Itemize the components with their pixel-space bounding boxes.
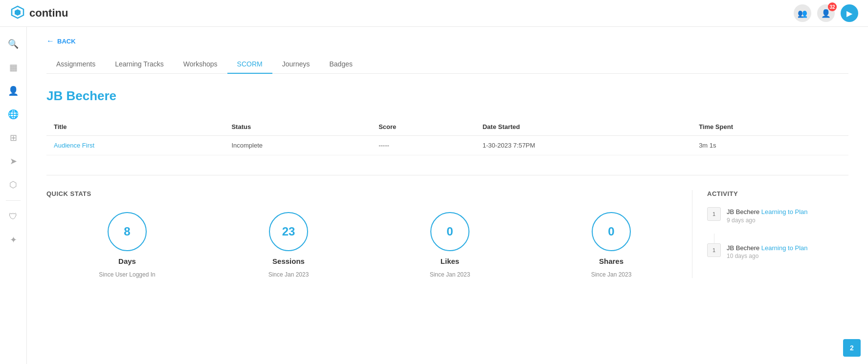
row-time-spent: 3m 1s (691, 136, 848, 155)
users-nav-icon: 👥 (798, 9, 807, 18)
sidebar: 🔍 ▦ 👤 🌐 ⊞ ➤ ⬡ 🛡 ✦ (0, 27, 27, 364)
tab-journeys[interactable]: Journeys (272, 55, 320, 74)
users-nav-button[interactable]: 👥 (794, 4, 811, 22)
stat-shares-circle: 0 (592, 212, 631, 251)
activity-icon-1: 1 (707, 207, 721, 221)
quick-stats-title: QUICK STATS (46, 190, 692, 197)
tab-scorm[interactable]: SCORM (227, 55, 272, 74)
activity-icon-label-2: 1 (712, 247, 715, 253)
stat-days-label: Days (118, 257, 136, 265)
shield-icon: 🛡 (9, 212, 18, 222)
activity-text-2: JB Bechere Learning to Plan (727, 243, 808, 253)
forward-nav-button[interactable]: ▶ (841, 4, 858, 22)
share-icon: ⬡ (9, 179, 17, 190)
tab-bar: Assignments Learning Tracks Workshops SC… (46, 55, 848, 74)
tab-learning-tracks[interactable]: Learning Tracks (105, 55, 174, 74)
stat-sessions: 23 Sessions Since Jan 2023 (208, 212, 369, 278)
nav-right: 👥 👤 32 ▶ (794, 4, 858, 22)
stat-shares-sub: Since Jan 2023 (591, 271, 632, 278)
back-arrow-icon: ← (46, 37, 54, 45)
sidebar-item-globe[interactable]: 🌐 (3, 105, 23, 124)
row-score: ----- (371, 136, 475, 155)
globe-icon: 🌐 (8, 109, 19, 120)
activity-title: ACTIVITY (707, 190, 848, 197)
activity-panel: ACTIVITY 1 JB Bechere Learning to Plan 9… (692, 190, 848, 278)
sidebar-item-shield[interactable]: 🛡 (3, 207, 23, 226)
svg-marker-1 (15, 9, 21, 16)
col-score: Score (371, 118, 475, 136)
dashboard-icon: ▦ (9, 62, 18, 73)
activity-item-1: 1 JB Bechere Learning to Plan 9 days ago (707, 207, 848, 224)
search-icon: 🔍 (8, 39, 19, 49)
activity-user: JB Bechere (727, 208, 761, 215)
star-icon: ✦ (10, 235, 17, 245)
col-status: Status (224, 118, 371, 136)
back-label: BACK (57, 38, 76, 45)
activity-time-2: 10 days ago (727, 253, 808, 259)
stat-likes-sub: Since Jan 2023 (430, 271, 470, 278)
activity-time-1: 9 days ago (727, 217, 808, 224)
main-layout: 🔍 ▦ 👤 🌐 ⊞ ➤ ⬡ 🛡 ✦ ← BACK (0, 27, 868, 364)
sidebar-item-grid-add[interactable]: ⊞ (3, 128, 23, 148)
table-row: Audience First Incomplete ----- 1-30-202… (46, 136, 848, 155)
grid-add-icon: ⊞ (10, 132, 17, 143)
row-date-started: 1-30-2023 7:57PM (475, 136, 691, 155)
activity-details-2: JB Bechere Learning to Plan 10 days ago (727, 243, 808, 260)
activity-user: JB Bechere (727, 244, 761, 252)
col-title: Title (46, 118, 224, 136)
stat-likes-circle: 0 (430, 212, 469, 251)
notification-badge: 32 (828, 2, 837, 11)
sidebar-item-star[interactable]: ✦ (3, 230, 23, 250)
tab-badges[interactable]: Badges (319, 55, 362, 74)
activity-details-1: JB Bechere Learning to Plan 9 days ago (727, 207, 808, 224)
row-status: Incomplete (224, 136, 371, 155)
data-table: Title Status Score Date Started Time Spe… (46, 118, 848, 155)
users-icon: 👤 (8, 86, 19, 96)
activity-link[interactable]: Learning to Plan (761, 244, 808, 252)
forward-nav-icon: ▶ (846, 9, 852, 18)
stat-likes-label: Likes (441, 257, 459, 265)
main-content: ← BACK Assignments Learning Tracks Works… (27, 27, 868, 364)
sidebar-item-dashboard[interactable]: ▦ (3, 58, 23, 77)
stat-sessions-sub: Since Jan 2023 (268, 271, 309, 278)
stat-sessions-circle: 23 (269, 212, 308, 251)
row-title-link[interactable]: Audience First (46, 136, 224, 155)
stat-days: 8 Days Since User Logged In (46, 212, 208, 278)
stat-likes: 0 Likes Since Jan 2023 (369, 212, 531, 278)
stat-days-circle: 8 (108, 212, 147, 251)
activity-text-1: JB Bechere Learning to Plan (727, 207, 808, 217)
stat-sessions-label: Sessions (272, 257, 305, 265)
logo-icon (10, 5, 25, 21)
profile-nav-button[interactable]: 👤 32 (817, 4, 835, 22)
stat-shares-label: Shares (599, 257, 623, 265)
activity-link[interactable]: Learning to Plan (761, 208, 808, 215)
table-body: Audience First Incomplete ----- 1-30-202… (46, 136, 848, 155)
activity-icon-2: 1 (707, 243, 721, 257)
table-header: Title Status Score Date Started Time Spe… (46, 118, 848, 136)
sidebar-item-share[interactable]: ⬡ (3, 175, 23, 194)
col-time-spent: Time Spent (691, 118, 848, 136)
app-name: continu (29, 7, 68, 20)
bottom-section: QUICK STATS 8 Days Since User Logged In … (46, 175, 848, 278)
sidebar-item-search[interactable]: 🔍 (3, 34, 23, 54)
stat-sessions-value: 23 (282, 225, 295, 238)
stat-days-value: 8 (124, 225, 130, 238)
back-link[interactable]: ← BACK (46, 37, 848, 45)
quick-stats: QUICK STATS 8 Days Since User Logged In … (46, 190, 692, 278)
stats-row: 8 Days Since User Logged In 23 Sessions … (46, 212, 692, 278)
col-date-started: Date Started (475, 118, 691, 136)
send-icon: ➤ (10, 156, 17, 167)
logo: continu (10, 5, 68, 21)
stat-shares-value: 0 (608, 225, 614, 238)
page-button[interactable]: 2 (843, 339, 861, 357)
tab-workshops[interactable]: Workshops (174, 55, 227, 74)
stat-likes-value: 0 (446, 225, 453, 238)
activity-icon-label-1: 1 (712, 211, 715, 217)
tab-assignments[interactable]: Assignments (46, 55, 105, 74)
sidebar-item-send[interactable]: ➤ (3, 151, 23, 171)
activity-item-2: 1 JB Bechere Learning to Plan 10 days ag… (707, 243, 848, 260)
sidebar-item-users[interactable]: 👤 (3, 81, 23, 101)
stat-shares: 0 Shares Since Jan 2023 (531, 212, 692, 278)
user-title: JB Bechere (46, 88, 848, 104)
activity-line (714, 234, 714, 243)
